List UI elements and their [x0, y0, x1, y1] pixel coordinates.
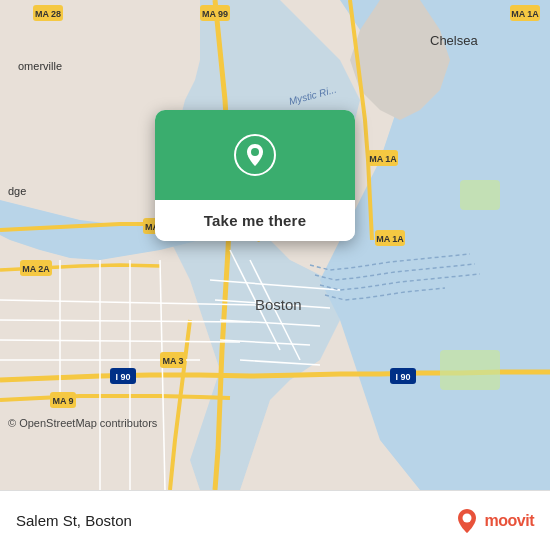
svg-text:Boston: Boston	[255, 296, 302, 313]
location-pin-icon	[234, 134, 276, 176]
svg-text:MA 99: MA 99	[202, 9, 228, 19]
svg-rect-45	[440, 350, 500, 390]
bottom-bar: Salem St, Boston moovit	[0, 490, 550, 550]
svg-text:omerville: omerville	[18, 60, 62, 72]
svg-text:MA 28: MA 28	[35, 9, 61, 19]
moovit-pin-icon	[453, 507, 481, 535]
moovit-logo: moovit	[453, 507, 534, 535]
svg-text:MA 1A: MA 1A	[369, 154, 397, 164]
map-background: MA 28 I 93 MA 2A MA 3 MA 9 I 90 I 90 MA …	[0, 0, 550, 490]
svg-text:MA 1A: MA 1A	[511, 9, 539, 19]
map-container: MA 28 I 93 MA 2A MA 3 MA 9 I 90 I 90 MA …	[0, 0, 550, 490]
location-label: Salem St, Boston	[16, 512, 132, 529]
moovit-brand-text: moovit	[485, 512, 534, 530]
svg-rect-46	[460, 180, 500, 210]
svg-text:I 90: I 90	[115, 372, 130, 382]
svg-text:dge: dge	[8, 185, 26, 197]
svg-point-49	[462, 513, 471, 522]
svg-text:MA 9: MA 9	[52, 396, 73, 406]
popup-header	[155, 110, 355, 200]
svg-text:MA 2A: MA 2A	[22, 264, 50, 274]
svg-text:MA 1A: MA 1A	[376, 234, 404, 244]
svg-text:MA 3: MA 3	[162, 356, 183, 366]
svg-point-48	[251, 148, 259, 156]
popup-card: Take me there	[155, 110, 355, 241]
svg-text:Chelsea: Chelsea	[430, 33, 478, 48]
svg-text:I 90: I 90	[395, 372, 410, 382]
take-me-there-button[interactable]: Take me there	[155, 200, 355, 241]
